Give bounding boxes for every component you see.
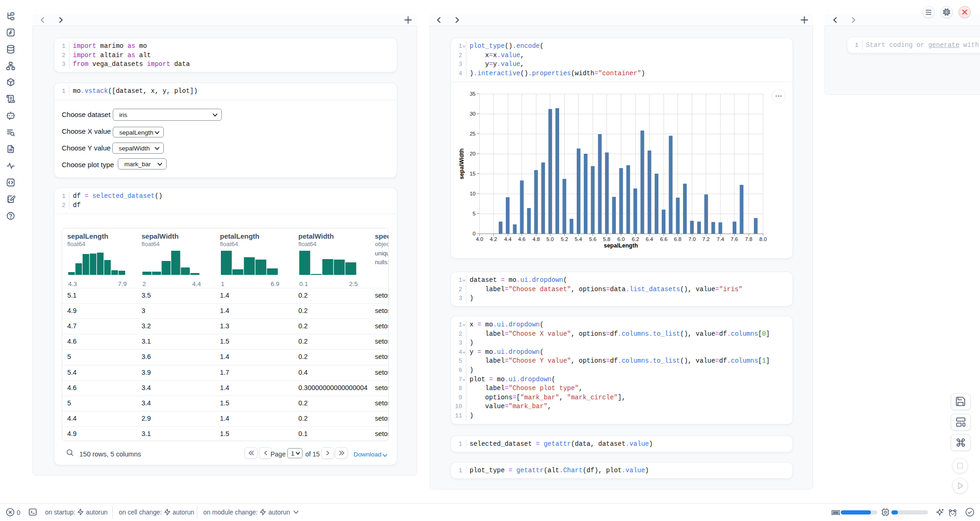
svg-text:4.8: 4.8 — [533, 236, 540, 242]
svg-text:sepalWidth: sepalWidth — [458, 149, 465, 180]
svg-text:7.2: 7.2 — [703, 236, 710, 242]
svg-text:5.4: 5.4 — [575, 236, 583, 242]
svg-text:6.8: 6.8 — [674, 236, 682, 242]
svg-text:6.6: 6.6 — [660, 236, 668, 242]
svg-text:5.8: 5.8 — [603, 236, 611, 242]
svg-text:5: 5 — [473, 211, 476, 216]
svg-text:15: 15 — [470, 171, 476, 176]
svg-text:5.6: 5.6 — [589, 236, 597, 242]
svg-text:4.2: 4.2 — [490, 236, 497, 242]
svg-text:8.0: 8.0 — [760, 236, 767, 242]
svg-text:7.6: 7.6 — [731, 236, 738, 242]
svg-text:7.4: 7.4 — [717, 236, 725, 242]
svg-text:5.0: 5.0 — [547, 236, 554, 242]
svg-text:30: 30 — [470, 111, 476, 117]
svg-text:7.8: 7.8 — [745, 236, 753, 242]
svg-text:35: 35 — [470, 91, 476, 97]
svg-text:6.2: 6.2 — [632, 236, 639, 242]
svg-text:6.4: 6.4 — [646, 236, 654, 242]
svg-text:6.0: 6.0 — [618, 236, 625, 242]
svg-text:4.0: 4.0 — [476, 236, 484, 242]
svg-text:5.2: 5.2 — [561, 236, 568, 242]
svg-text:10: 10 — [470, 191, 476, 196]
svg-text:4.4: 4.4 — [504, 236, 512, 242]
svg-text:4.6: 4.6 — [518, 236, 526, 242]
svg-text:7.0: 7.0 — [689, 236, 696, 242]
svg-text:25: 25 — [470, 131, 476, 137]
svg-text:sepalLength: sepalLength — [604, 242, 638, 249]
svg-text:0: 0 — [473, 231, 476, 236]
svg-text:20: 20 — [470, 151, 476, 156]
